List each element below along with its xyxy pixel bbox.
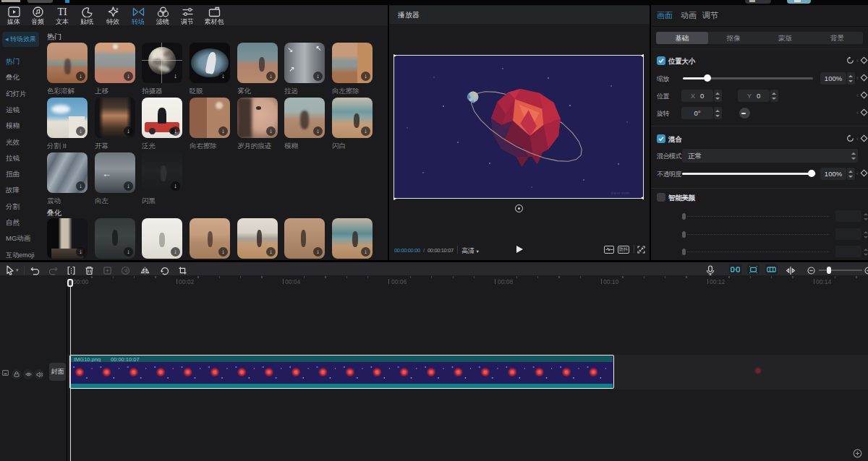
svg-text:planet studio: planet studio [611, 191, 630, 195]
